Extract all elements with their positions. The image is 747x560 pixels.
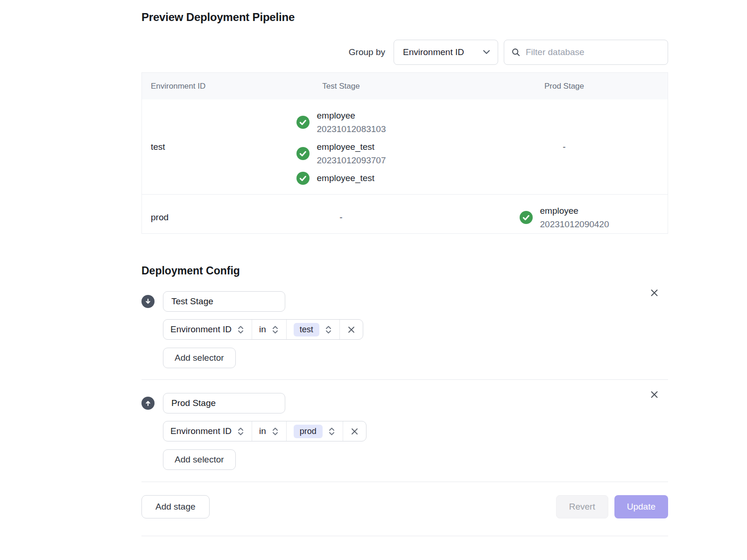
arrow-down-circle-icon [141, 295, 155, 308]
group-by-selected-value: Environment ID [403, 47, 464, 57]
stage-block-test: Environment ID in test [141, 277, 668, 379]
group-by-label: Group by [349, 47, 385, 57]
schema-version: 20231012093707 [317, 154, 386, 167]
arrow-up-circle-icon [141, 397, 155, 410]
remove-selector-button[interactable] [343, 421, 366, 441]
add-selector-button[interactable]: Add selector [163, 449, 236, 470]
update-button[interactable]: Update [614, 495, 668, 518]
close-icon [650, 292, 659, 299]
chevron-down-icon [483, 50, 490, 55]
column-header-environment-id: Environment ID [142, 82, 221, 91]
column-header-prod-stage: Prod Stage [461, 82, 668, 91]
stage-name-input[interactable] [163, 291, 285, 312]
add-selector-button[interactable]: Add selector [163, 348, 236, 368]
selector-key: Environment ID [170, 426, 232, 436]
close-icon [347, 326, 355, 334]
spinner-chevrons-icon [324, 325, 332, 335]
database-name: employee_test [317, 171, 375, 185]
database-list: employee 20231012090420 [520, 195, 609, 240]
pipeline-preview-table: Environment ID Test Stage Prod Stage tes… [141, 72, 668, 234]
pipeline-toolbar: Group by Environment ID [141, 40, 668, 65]
bottom-divider [141, 536, 668, 536]
deployment-config-title: Deployment Config [141, 265, 668, 277]
table-header-row: Environment ID Test Stage Prod Stage [142, 73, 668, 99]
selector-key-select[interactable]: Environment ID [163, 421, 252, 441]
label-selector: Environment ID in prod [163, 421, 366, 441]
database-item: employee_test [296, 171, 386, 185]
selector-operator-select[interactable]: in [252, 320, 286, 339]
spinner-chevrons-icon [328, 427, 336, 436]
selector-value-tag: prod [294, 425, 323, 438]
page-title: Preview Deployment Pipeline [141, 11, 668, 24]
close-icon [650, 393, 659, 400]
test-stage-cell: employee 20231012083103 employee_test 20… [221, 99, 461, 194]
config-footer: Add stage Revert Update [141, 482, 668, 518]
database-name: employee [317, 109, 386, 122]
database-list: employee 20231012083103 employee_test 20… [296, 99, 386, 194]
spinner-chevrons-icon [271, 325, 279, 335]
success-check-icon [296, 147, 310, 160]
selector-key: Environment ID [170, 324, 232, 335]
success-check-icon [296, 172, 310, 185]
selector-value-tag: test [294, 323, 319, 336]
prod-stage-cell: employee 20231012090420 [461, 195, 668, 240]
spinner-chevrons-icon [237, 325, 245, 335]
selector-operator-select[interactable]: in [252, 421, 286, 441]
group-by-select[interactable]: Environment ID [394, 40, 498, 65]
remove-stage-button[interactable] [649, 389, 660, 400]
spinner-chevrons-icon [271, 427, 279, 436]
selector-operator: in [259, 324, 266, 335]
remove-stage-button[interactable] [649, 287, 660, 298]
environment-cell: prod [142, 212, 221, 223]
selector-value-select[interactable]: test [286, 320, 339, 339]
revert-button[interactable]: Revert [556, 495, 608, 518]
success-check-icon [296, 116, 310, 129]
environment-cell: test [142, 142, 221, 152]
schema-version: 20231012083103 [317, 122, 386, 136]
table-row: prod - employee 20231012090420 [142, 194, 668, 233]
remove-selector-button[interactable] [339, 320, 363, 339]
database-item: employee 20231012083103 [296, 109, 386, 136]
stage-name-input[interactable] [163, 393, 285, 413]
search-icon [511, 48, 521, 57]
main-content: Preview Deployment Pipeline Group by Env… [141, 0, 668, 536]
label-selector: Environment ID in test [163, 319, 363, 340]
stage-block-prod: Environment ID in prod [141, 379, 668, 481]
database-name: employee [540, 204, 609, 217]
database-name: employee_test [317, 140, 386, 154]
database-item: employee_test 20231012093707 [296, 140, 386, 167]
success-check-icon [520, 211, 533, 224]
selector-value-select[interactable]: prod [286, 421, 343, 441]
spinner-chevrons-icon [237, 427, 245, 436]
schema-version: 20231012090420 [540, 217, 609, 231]
add-stage-button[interactable]: Add stage [141, 495, 210, 518]
selector-operator: in [259, 426, 266, 436]
test-stage-cell: - [221, 212, 461, 223]
filter-database-box [504, 40, 668, 65]
table-row: test employee 20231012083103 [142, 99, 668, 194]
filter-database-input[interactable] [526, 47, 661, 57]
column-header-test-stage: Test Stage [221, 82, 461, 91]
database-item: employee 20231012090420 [520, 204, 609, 231]
selector-key-select[interactable]: Environment ID [163, 320, 252, 339]
prod-stage-cell: - [461, 142, 668, 152]
close-icon [351, 427, 359, 435]
